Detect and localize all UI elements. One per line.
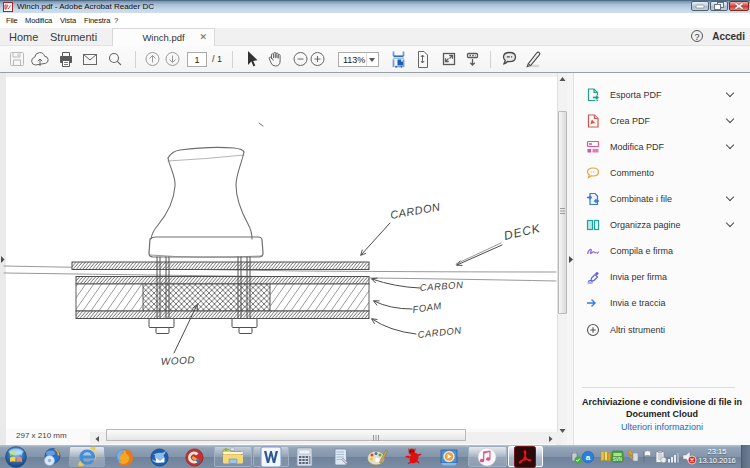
svg-text:SVN: SVN [613, 457, 622, 462]
svg-text:a: a [586, 453, 591, 462]
svg-text:CARDON: CARDON [389, 200, 441, 221]
svg-text:WOOD: WOOD [161, 354, 196, 367]
svg-text:CARDON: CARDON [417, 324, 462, 340]
svg-text:DECK: DECK [503, 221, 543, 243]
svg-text:CARBON: CARBON [419, 279, 463, 293]
svg-text:FOAM: FOAM [412, 300, 443, 315]
